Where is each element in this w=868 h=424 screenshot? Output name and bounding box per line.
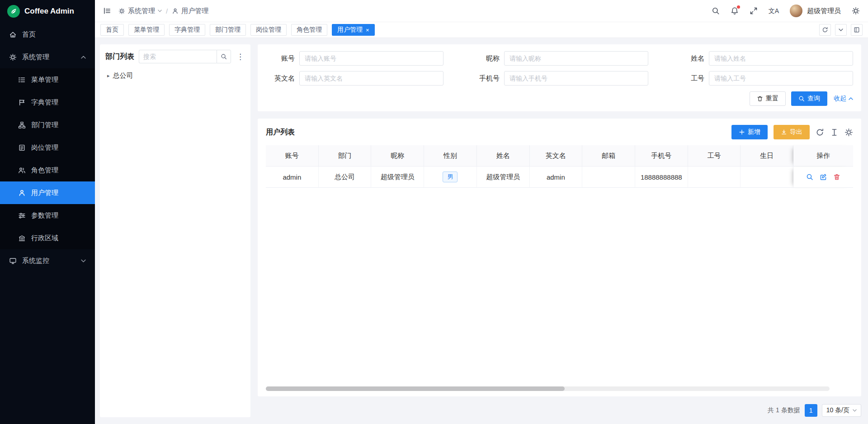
query-button[interactable]: 查询 xyxy=(791,91,827,106)
page-size-value: 10 条/页 xyxy=(826,406,849,414)
query-button-label: 查询 xyxy=(807,95,820,103)
department-panel-title: 部门列表 xyxy=(105,52,134,62)
tab-menu-management[interactable]: 菜单管理 xyxy=(128,24,165,36)
english-name-input[interactable] xyxy=(299,71,443,86)
row-height-icon[interactable] xyxy=(830,128,839,137)
form-item-nickname: 昵称 xyxy=(471,51,648,66)
sidebar-item-dept-management[interactable]: 部门管理 xyxy=(0,114,95,136)
top-header: 系统管理 / 用户管理 xyxy=(95,0,868,22)
menu-list-icon xyxy=(18,76,26,84)
sidebar-item-label: 部门管理 xyxy=(31,121,58,129)
page-size-select[interactable]: 10 条/页 xyxy=(822,404,861,417)
search-form-actions: 重置 查询 收起 xyxy=(266,91,853,106)
tab-role-management[interactable]: 角色管理 xyxy=(291,24,327,36)
topbar-actions: 文A 超级管理员 xyxy=(712,5,860,17)
sidebar-item-post-management[interactable]: 岗位管理 xyxy=(0,136,95,159)
form-item-name: 姓名 xyxy=(675,51,853,66)
dictionary-icon xyxy=(18,99,26,106)
name-input[interactable] xyxy=(709,51,853,66)
cell-name: 超级管理员 xyxy=(477,167,530,188)
tab-post-management[interactable]: 岗位管理 xyxy=(250,24,287,36)
work-no-input[interactable] xyxy=(709,71,853,86)
content-area: 部门列表 ⋮ ▸ 总公司 xyxy=(95,38,868,424)
chevron-up-icon xyxy=(81,56,86,59)
cell-work-no xyxy=(688,167,741,188)
refresh-icon[interactable] xyxy=(819,24,831,36)
sliders-icon xyxy=(18,212,26,219)
plus-icon xyxy=(739,129,745,135)
view-icon[interactable] xyxy=(806,173,813,181)
cell-email xyxy=(582,167,635,188)
tab-options-chevron-down-icon[interactable] xyxy=(835,24,847,36)
department-search-button[interactable] xyxy=(217,50,231,63)
sidebar: Coffee Admin 首页 系统管理 xyxy=(0,0,95,424)
cell-birthday xyxy=(741,167,793,188)
horizontal-scrollbar[interactable] xyxy=(266,386,830,391)
user-list-title: 用户列表 xyxy=(266,128,295,137)
sidebar-item-system-monitor[interactable]: 系统监控 xyxy=(0,249,95,272)
tab-dict-management[interactable]: 字典管理 xyxy=(169,24,205,36)
breadcrumb-system-management[interactable]: 系统管理 xyxy=(118,7,162,15)
caret-right-icon[interactable]: ▸ xyxy=(107,73,110,78)
tab-label: 角色管理 xyxy=(297,26,322,34)
menu-collapse-icon[interactable] xyxy=(103,7,111,15)
right-column: 账号 昵称 姓名 英文名 xyxy=(258,44,861,417)
sidebar-item-user-management[interactable]: 用户管理 xyxy=(0,181,95,204)
user-name[interactable]: 超级管理员 xyxy=(807,7,841,15)
cell-actions xyxy=(793,167,853,188)
coffee-leaf-logo-icon xyxy=(7,5,20,18)
nickname-input[interactable] xyxy=(504,51,648,66)
scrollbar-thumb[interactable] xyxy=(266,386,565,391)
department-panel: 部门列表 ⋮ ▸ 总公司 xyxy=(100,44,250,417)
sidebar-item-label: 用户管理 xyxy=(31,189,58,197)
layout-icon[interactable] xyxy=(851,24,863,36)
search-icon[interactable] xyxy=(712,7,720,15)
translate-icon[interactable]: 文A xyxy=(769,7,779,15)
sidebar-item-menu-management[interactable]: 菜单管理 xyxy=(0,68,95,91)
export-button[interactable]: 导出 xyxy=(774,125,810,139)
user-table: 账号 部门 昵称 性别 姓名 英文名 邮箱 手机号 工号 生日 操作 xyxy=(266,145,853,188)
more-options-icon[interactable]: ⋮ xyxy=(236,53,245,61)
account-input[interactable] xyxy=(299,51,443,66)
tab-dept-management[interactable]: 部门管理 xyxy=(210,24,246,36)
breadcrumb-separator: / xyxy=(166,7,168,15)
user-list-panel: 用户列表 新增 xyxy=(258,119,861,396)
reset-button[interactable]: 重置 xyxy=(750,91,786,106)
column-header-name: 姓名 xyxy=(477,145,530,167)
form-item-phone: 手机号 xyxy=(471,71,648,86)
tab-label: 用户管理 xyxy=(337,26,363,34)
table-settings-gear-icon[interactable] xyxy=(844,128,853,137)
tree-node-head-office[interactable]: ▸ 总公司 xyxy=(105,69,245,83)
sidebar-item-param-management[interactable]: 参数管理 xyxy=(0,204,95,227)
user-search-form: 账号 昵称 姓名 英文名 xyxy=(258,44,861,111)
close-icon[interactable]: × xyxy=(366,27,369,33)
app-root: Coffee Admin 首页 系统管理 xyxy=(0,0,868,424)
tab-home[interactable]: 首页 xyxy=(100,24,124,36)
page-1-button[interactable]: 1 xyxy=(805,404,817,417)
user-list-actions: 新增 导出 xyxy=(731,125,853,139)
app-title: Coffee Admin xyxy=(24,7,74,16)
sidebar-item-dict-management[interactable]: 字典管理 xyxy=(0,91,95,114)
sidebar-item-region-management[interactable]: 行政区域 xyxy=(0,227,95,249)
sidebar-item-system-management[interactable]: 系统管理 xyxy=(0,46,95,68)
column-header-phone: 手机号 xyxy=(635,145,688,167)
user-avatar[interactable] xyxy=(790,5,802,17)
sidebar-item-home[interactable]: 首页 xyxy=(0,23,95,46)
notification-bell-icon[interactable] xyxy=(731,7,739,15)
department-search-input[interactable] xyxy=(139,50,217,63)
add-user-button[interactable]: 新增 xyxy=(731,125,768,139)
delete-icon[interactable] xyxy=(833,173,840,181)
tab-label: 部门管理 xyxy=(215,26,241,34)
refresh-icon[interactable] xyxy=(816,128,824,137)
tab-user-management[interactable]: 用户管理 × xyxy=(332,24,375,36)
sidebar-item-role-management[interactable]: 角色管理 xyxy=(0,159,95,181)
collapse-form-link[interactable]: 收起 xyxy=(834,95,853,103)
sidebar-item-label: 行政区域 xyxy=(31,234,58,243)
sidebar-item-label: 字典管理 xyxy=(31,98,58,107)
chevron-down-icon xyxy=(853,409,857,412)
settings-gear-icon[interactable] xyxy=(852,7,860,15)
edit-icon[interactable] xyxy=(820,173,827,181)
fullscreen-icon[interactable] xyxy=(750,7,758,15)
breadcrumb-user-management[interactable]: 用户管理 xyxy=(172,7,208,15)
phone-input[interactable] xyxy=(504,71,648,86)
